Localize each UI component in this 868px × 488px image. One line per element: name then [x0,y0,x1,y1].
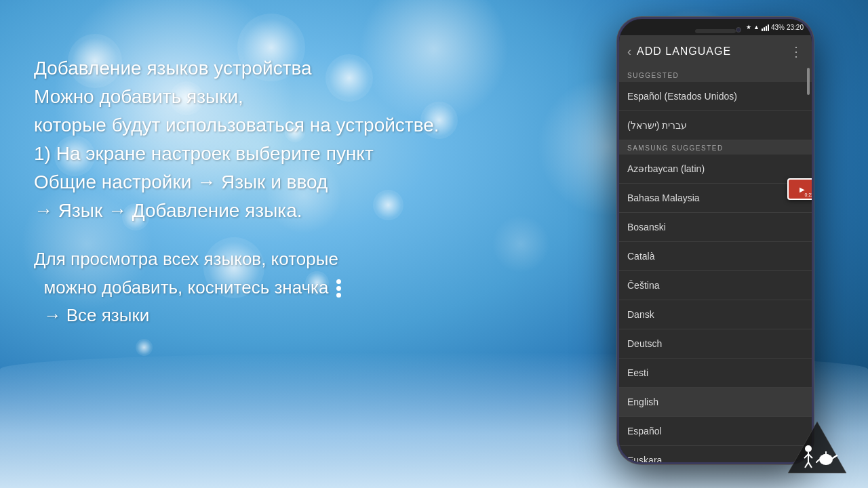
list-item[interactable]: Bahasa Malaysia [619,184,812,213]
samsung-language-list: Azərbaycan (latin) Bahasa Malaysia Bosan… [619,155,812,462]
status-icons: ★ ▲ 43% 23:20 [746,23,804,31]
signal-icon [762,23,769,31]
svg-marker-0 [788,422,846,473]
list-item-english[interactable]: English [619,388,812,417]
list-item[interactable]: Español [619,417,812,446]
svg-point-8 [822,454,830,458]
list-item[interactable]: עברית (ישראל) [619,111,812,140]
main-instruction-text: Добавление языков устройства Можно добав… [34,54,454,225]
list-item[interactable]: Bosanski [619,213,812,242]
list-item[interactable]: Čeština [619,271,812,300]
phone-screen: ★ ▲ 43% 23:20 ‹ ADD LANGUAGE ⋮ [619,19,812,462]
instructions-overlay: Добавление языков устройства Можно добав… [34,54,454,330]
app-header: ‹ ADD LANGUAGE ⋮ [619,35,812,68]
time-text: 23:20 [787,24,804,31]
suggested-section-label: SUGGESTED [619,68,812,82]
phone-mockup: ★ ▲ 43% 23:20 ‹ ADD LANGUAGE ⋮ [617,17,814,464]
battery-text: 43% [771,24,785,31]
phone-camera [736,27,741,33]
status-bar: ★ ▲ 43% 23:20 [619,19,812,35]
dots-icon [336,279,341,298]
back-button[interactable]: ‹ [627,45,631,59]
wifi-icon: ▲ [753,24,760,30]
svg-point-1 [805,445,812,452]
list-item[interactable]: Euskara [619,446,812,462]
list-item[interactable]: Dansk [619,300,812,329]
list-item[interactable]: Català [619,242,812,271]
samsung-suggested-section-label: SAMSUNG SUGGESTED [619,140,812,155]
watermark-logo [787,420,848,474]
phone-frame: ★ ▲ 43% 23:20 ‹ ADD LANGUAGE ⋮ [617,17,814,464]
watermark-triangle-svg [787,420,848,474]
list-item[interactable]: Azərbaycan (latin) [619,155,812,184]
screen-title: ADD LANGUAGE [637,45,784,58]
more-options-button[interactable]: ⋮ [789,43,804,60]
video-thumbnail[interactable]: 0:22 [787,178,812,200]
bt-icon: ★ [746,24,751,30]
list-item[interactable]: Español (Estados Unidos) [619,82,812,111]
list-item[interactable]: Deutsch [619,329,812,359]
secondary-instruction-text: Для просмотра всех языков, которые можно… [34,245,454,330]
suggested-language-list: Español (Estados Unidos) עברית (ישראל) [619,82,812,140]
list-item[interactable]: Eesti [619,359,812,388]
video-time: 0:22 [804,192,812,197]
